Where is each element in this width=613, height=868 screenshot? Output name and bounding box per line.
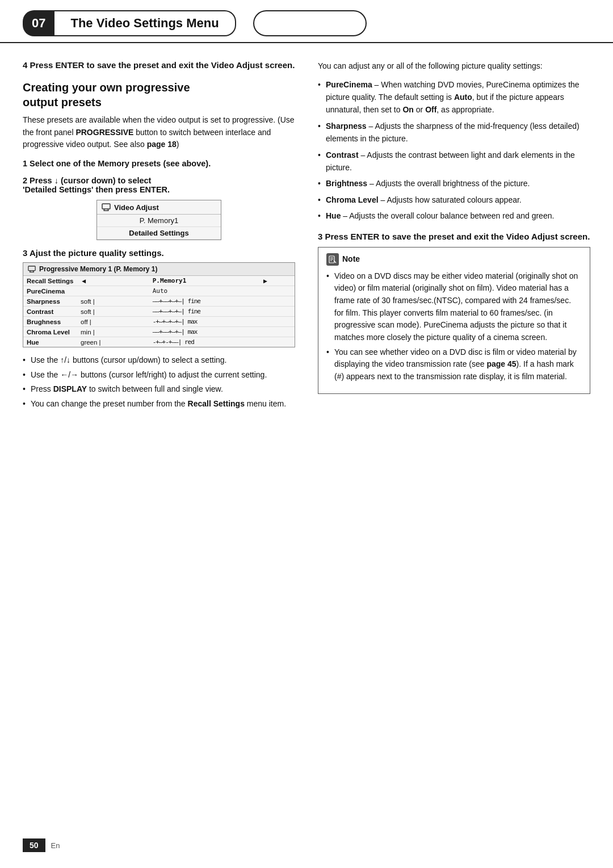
prog-settings-table: Recall Settings ◄ P.Memory1 ► PureCinema… (23, 276, 295, 347)
prog-title-row: Progressive Memory 1 (P. Memory 1) (23, 263, 295, 276)
video-adjust-box: Video Adjust P. Memory1 Detailed Setting… (96, 200, 221, 240)
row-col2: off | (77, 317, 149, 327)
table-row: Sharpness soft | ——+——+—+—| fine (23, 296, 295, 307)
list-item-purecinema: PureCinema – When watching DVD movies, P… (318, 78, 590, 116)
row-value: Auto (149, 286, 259, 296)
table-row: Chroma Level min | ——+——+—+—| max (23, 327, 295, 337)
step4-heading: 4 Press ENTER to save the preset and exi… (23, 60, 295, 70)
prog-title-text: Progressive Memory 1 (P. Memory 1) (39, 265, 158, 273)
footer-lang: En (51, 841, 60, 850)
list-item: Use the ←/→ buttons (cursor left/right) … (23, 369, 295, 381)
list-item: You can change the preset number from th… (23, 398, 295, 410)
va-item-detailed[interactable]: Detailed Settings (97, 227, 221, 240)
va-title-row: Video Adjust (97, 200, 221, 215)
list-item: Use the ↑/↓ buttons (cursor up/down) to … (23, 354, 295, 367)
list-item-chromalevel: Chroma Level – Adjusts how saturated col… (318, 194, 590, 206)
header-oval-decoration (253, 10, 367, 36)
table-row: Hue green | -+—+-+——| red (23, 337, 295, 347)
note-icon (326, 253, 339, 266)
page-number: 50 (23, 838, 45, 852)
row-col2: soft | (77, 296, 149, 307)
note-box: Note Video on a DVD discs may be either … (318, 247, 590, 394)
row-col2: min | (77, 327, 149, 337)
row-col2 (77, 286, 149, 296)
row-label: PureCinema (23, 286, 77, 296)
monitor-icon (102, 203, 111, 212)
step3-left-heading: 3 Ajust the picture quality settings. (23, 248, 295, 258)
row-slider: -+—+—+—+—| max (149, 317, 295, 327)
row-col4 (259, 286, 295, 296)
row-label: Sharpness (23, 296, 77, 307)
prog-memory-box: Progressive Memory 1 (P. Memory 1) Recal… (23, 262, 295, 347)
row-slider: ——+——+—+—| fine (149, 296, 295, 307)
row-slider: -+—+-+——| red (149, 337, 295, 347)
left-column: 4 Press ENTER to save the preset and exi… (23, 60, 295, 415)
body-text-intro: These presets are available when the vid… (23, 114, 295, 151)
step3-right-heading: 3 Press ENTER to save the preset and exi… (318, 232, 590, 241)
row-label: Contrast (23, 307, 77, 317)
list-item-hue: Hue – Adjusts the overall colour balance… (318, 209, 590, 222)
list-item: Press DISPLAY to switch between full and… (23, 383, 295, 396)
row-col4: ► (259, 276, 295, 286)
note-label: Note (342, 253, 360, 266)
chapter-number: 07 (23, 10, 54, 36)
row-label: Hue (23, 337, 77, 347)
monitor-icon-small (28, 265, 36, 273)
row-value: P.Memory1 (149, 276, 259, 286)
svg-rect-4 (28, 266, 35, 271)
svg-rect-0 (102, 204, 110, 209)
note-bullets: Video on a DVD discs may be either video… (326, 270, 582, 383)
page-header: 07 The Video Settings Menu (0, 0, 613, 43)
main-content: 4 Press ENTER to save the preset and exi… (0, 43, 613, 432)
row-col2: soft | (77, 307, 149, 317)
left-bullet-list: Use the ↑/↓ buttons (cursor up/down) to … (23, 354, 295, 410)
table-row: Brughness off | -+—+—+—+—| max (23, 317, 295, 327)
list-item-brightness: Brightness – Adjusts the overall brightn… (318, 177, 590, 190)
table-row: Contrast soft | ——+——+—+—| fine (23, 307, 295, 317)
note-bullet-1: Video on a DVD discs may be either video… (326, 270, 582, 344)
va-title-text: Video Adjust (114, 203, 159, 212)
step1-heading: 1 Select one of the Memory presets (see … (23, 159, 295, 168)
list-item-contrast: Contrast – Adjusts the contrast between … (318, 149, 590, 174)
section-heading: Creating your own progressiveoutput pres… (23, 80, 295, 110)
row-label: Brughness (23, 317, 77, 327)
table-row: PureCinema Auto (23, 286, 295, 296)
note-title-row: Note (326, 253, 582, 266)
row-col2: ◄ (77, 276, 149, 286)
row-slider: ——+——+—+—| max (149, 327, 295, 337)
note-bullet-2: You can see whether video on a DVD disc … (326, 346, 582, 383)
row-slider: ——+——+—+—| fine (149, 307, 295, 317)
table-row: Recall Settings ◄ P.Memory1 ► (23, 276, 295, 286)
list-item-sharpness: Sharpness – Adjusts the sharpness of the… (318, 120, 590, 145)
page-footer: 50 En (0, 838, 613, 852)
right-column: You can adjust any or all of the followi… (318, 60, 590, 415)
chapter-title: The Video Settings Menu (54, 10, 236, 36)
row-label: Recall Settings (23, 276, 77, 286)
row-col2: green | (77, 337, 149, 347)
right-settings-list: PureCinema – When watching DVD movies, P… (318, 78, 590, 223)
va-item-pmemory: P. Memory1 (97, 215, 221, 227)
row-label: Chroma Level (23, 327, 77, 337)
right-intro-text: You can adjust any or all of the followi… (318, 60, 590, 73)
step2-heading: 2 Press ↓ (cursor down) to select'Detail… (23, 176, 295, 194)
